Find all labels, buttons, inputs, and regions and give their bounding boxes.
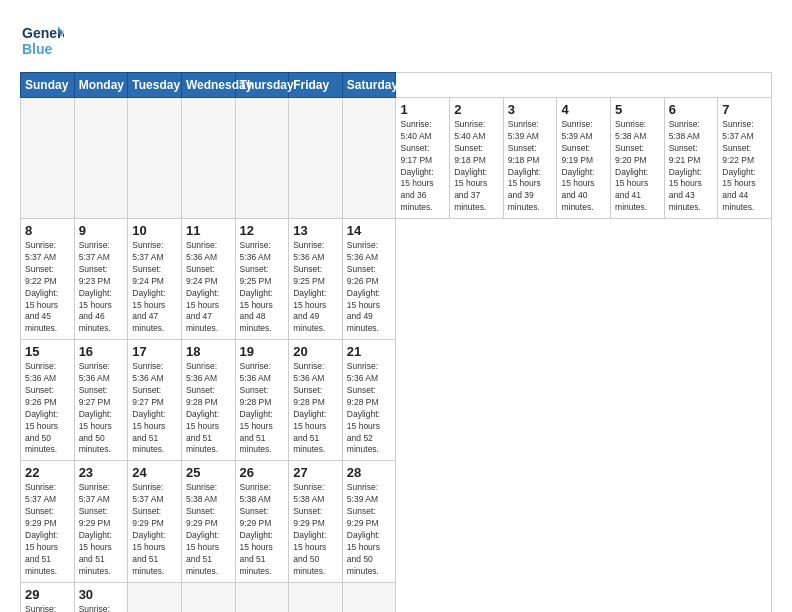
header: General Blue	[20, 18, 772, 62]
day-info: Sunrise: 5:38 AMSunset: 9:29 PMDaylight:…	[240, 482, 285, 577]
day-info: Sunrise: 5:38 AMSunset: 9:20 PMDaylight:…	[615, 119, 660, 214]
calendar-cell: 21Sunrise: 5:36 AMSunset: 9:28 PMDayligh…	[342, 340, 396, 461]
day-info: Sunrise: 5:36 AMSunset: 9:28 PMDaylight:…	[293, 361, 338, 456]
day-number: 6	[669, 102, 714, 117]
day-info: Sunrise: 5:38 AMSunset: 9:21 PMDaylight:…	[669, 119, 714, 214]
calendar-cell	[128, 98, 182, 219]
calendar-cell	[181, 582, 235, 612]
day-number: 9	[79, 223, 124, 238]
calendar-cell: 6Sunrise: 5:38 AMSunset: 9:21 PMDaylight…	[664, 98, 718, 219]
calendar-cell: 17Sunrise: 5:36 AMSunset: 9:27 PMDayligh…	[128, 340, 182, 461]
day-number: 14	[347, 223, 392, 238]
day-info: Sunrise: 5:36 AMSunset: 9:24 PMDaylight:…	[186, 240, 231, 335]
calendar-week-3: 15Sunrise: 5:36 AMSunset: 9:26 PMDayligh…	[21, 340, 772, 461]
logo: General Blue	[20, 18, 64, 62]
logo-icon: General Blue	[20, 18, 64, 62]
svg-text:Blue: Blue	[22, 41, 53, 57]
day-info: Sunrise: 5:37 AMSunset: 9:22 PMDaylight:…	[722, 119, 767, 214]
calendar-cell: 26Sunrise: 5:38 AMSunset: 9:29 PMDayligh…	[235, 461, 289, 582]
calendar-week-1: 1Sunrise: 5:40 AMSunset: 9:17 PMDaylight…	[21, 98, 772, 219]
day-number: 4	[561, 102, 606, 117]
day-info: Sunrise: 5:36 AMSunset: 9:27 PMDaylight:…	[79, 361, 124, 456]
day-info: Sunrise: 5:40 AMSunset: 9:29 PMDaylight:…	[79, 604, 124, 613]
calendar-cell: 4Sunrise: 5:39 AMSunset: 9:19 PMDaylight…	[557, 98, 611, 219]
calendar-week-2: 8Sunrise: 5:37 AMSunset: 9:22 PMDaylight…	[21, 219, 772, 340]
calendar-cell: 25Sunrise: 5:38 AMSunset: 9:29 PMDayligh…	[181, 461, 235, 582]
day-number: 21	[347, 344, 392, 359]
calendar-table: SundayMondayTuesdayWednesdayThursdayFrid…	[20, 72, 772, 612]
calendar-cell: 11Sunrise: 5:36 AMSunset: 9:24 PMDayligh…	[181, 219, 235, 340]
day-info: Sunrise: 5:36 AMSunset: 9:25 PMDaylight:…	[293, 240, 338, 335]
calendar-cell: 10Sunrise: 5:37 AMSunset: 9:24 PMDayligh…	[128, 219, 182, 340]
day-number: 20	[293, 344, 338, 359]
day-number: 22	[25, 465, 70, 480]
calendar-cell: 9Sunrise: 5:37 AMSunset: 9:23 PMDaylight…	[74, 219, 128, 340]
day-number: 3	[508, 102, 553, 117]
day-number: 30	[79, 587, 124, 602]
calendar-cell	[235, 98, 289, 219]
day-number: 10	[132, 223, 177, 238]
weekday-header-monday: Monday	[74, 73, 128, 98]
day-info: Sunrise: 5:37 AMSunset: 9:29 PMDaylight:…	[132, 482, 177, 577]
day-number: 25	[186, 465, 231, 480]
calendar-cell: 15Sunrise: 5:36 AMSunset: 9:26 PMDayligh…	[21, 340, 75, 461]
calendar-cell: 14Sunrise: 5:36 AMSunset: 9:26 PMDayligh…	[342, 219, 396, 340]
day-info: Sunrise: 5:39 AMSunset: 9:19 PMDaylight:…	[561, 119, 606, 214]
calendar-cell: 23Sunrise: 5:37 AMSunset: 9:29 PMDayligh…	[74, 461, 128, 582]
day-number: 12	[240, 223, 285, 238]
calendar-cell: 16Sunrise: 5:36 AMSunset: 9:27 PMDayligh…	[74, 340, 128, 461]
calendar-cell	[128, 582, 182, 612]
day-number: 8	[25, 223, 70, 238]
day-info: Sunrise: 5:36 AMSunset: 9:25 PMDaylight:…	[240, 240, 285, 335]
day-info: Sunrise: 5:36 AMSunset: 9:28 PMDaylight:…	[240, 361, 285, 456]
day-info: Sunrise: 5:37 AMSunset: 9:22 PMDaylight:…	[25, 240, 70, 335]
calendar-cell: 28Sunrise: 5:39 AMSunset: 9:29 PMDayligh…	[342, 461, 396, 582]
calendar-cell: 12Sunrise: 5:36 AMSunset: 9:25 PMDayligh…	[235, 219, 289, 340]
day-number: 5	[615, 102, 660, 117]
calendar-cell: 2Sunrise: 5:40 AMSunset: 9:18 PMDaylight…	[450, 98, 504, 219]
day-number: 28	[347, 465, 392, 480]
day-info: Sunrise: 5:36 AMSunset: 9:26 PMDaylight:…	[347, 240, 392, 335]
calendar-cell	[74, 98, 128, 219]
weekday-header-row: SundayMondayTuesdayWednesdayThursdayFrid…	[21, 73, 772, 98]
day-number: 1	[400, 102, 445, 117]
day-info: Sunrise: 5:38 AMSunset: 9:29 PMDaylight:…	[186, 482, 231, 577]
day-info: Sunrise: 5:36 AMSunset: 9:27 PMDaylight:…	[132, 361, 177, 456]
day-info: Sunrise: 5:37 AMSunset: 9:24 PMDaylight:…	[132, 240, 177, 335]
weekday-header-thursday: Thursday	[235, 73, 289, 98]
day-number: 7	[722, 102, 767, 117]
calendar-cell	[289, 582, 343, 612]
day-number: 23	[79, 465, 124, 480]
calendar-cell: 3Sunrise: 5:39 AMSunset: 9:18 PMDaylight…	[503, 98, 557, 219]
calendar-cell: 20Sunrise: 5:36 AMSunset: 9:28 PMDayligh…	[289, 340, 343, 461]
calendar-cell: 13Sunrise: 5:36 AMSunset: 9:25 PMDayligh…	[289, 219, 343, 340]
day-number: 11	[186, 223, 231, 238]
svg-text:General: General	[22, 25, 64, 41]
calendar-cell: 7Sunrise: 5:37 AMSunset: 9:22 PMDaylight…	[718, 98, 772, 219]
day-info: Sunrise: 5:39 AMSunset: 9:18 PMDaylight:…	[508, 119, 553, 214]
calendar-cell: 30Sunrise: 5:40 AMSunset: 9:29 PMDayligh…	[74, 582, 128, 612]
day-info: Sunrise: 5:36 AMSunset: 9:28 PMDaylight:…	[186, 361, 231, 456]
calendar-cell	[21, 98, 75, 219]
calendar-cell	[181, 98, 235, 219]
day-number: 13	[293, 223, 338, 238]
weekday-header-wednesday: Wednesday	[181, 73, 235, 98]
day-info: Sunrise: 5:40 AMSunset: 9:17 PMDaylight:…	[400, 119, 445, 214]
day-info: Sunrise: 5:40 AMSunset: 9:18 PMDaylight:…	[454, 119, 499, 214]
day-info: Sunrise: 5:36 AMSunset: 9:28 PMDaylight:…	[347, 361, 392, 456]
calendar-cell	[342, 582, 396, 612]
calendar-cell	[235, 582, 289, 612]
calendar-cell: 18Sunrise: 5:36 AMSunset: 9:28 PMDayligh…	[181, 340, 235, 461]
calendar-week-4: 22Sunrise: 5:37 AMSunset: 9:29 PMDayligh…	[21, 461, 772, 582]
day-number: 18	[186, 344, 231, 359]
day-info: Sunrise: 5:37 AMSunset: 9:29 PMDaylight:…	[25, 482, 70, 577]
day-info: Sunrise: 5:39 AMSunset: 9:29 PMDaylight:…	[25, 604, 70, 613]
day-info: Sunrise: 5:37 AMSunset: 9:23 PMDaylight:…	[79, 240, 124, 335]
weekday-header-saturday: Saturday	[342, 73, 396, 98]
day-number: 27	[293, 465, 338, 480]
day-info: Sunrise: 5:39 AMSunset: 9:29 PMDaylight:…	[347, 482, 392, 577]
page: General Blue SundayMondayTuesdayWednesda…	[0, 0, 792, 612]
day-info: Sunrise: 5:37 AMSunset: 9:29 PMDaylight:…	[79, 482, 124, 577]
day-number: 26	[240, 465, 285, 480]
day-number: 29	[25, 587, 70, 602]
